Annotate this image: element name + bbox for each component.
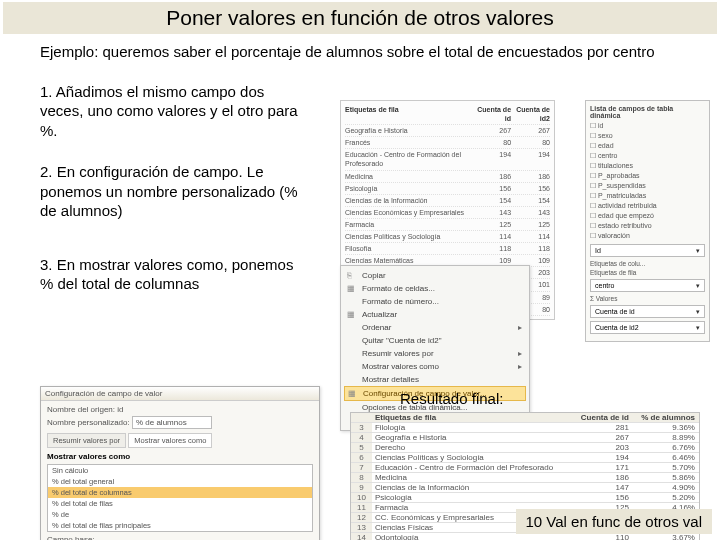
pivot-row: Medicina186186 (345, 171, 550, 183)
result-row: 6Ciencias Políticas y Sociología1946.46% (351, 452, 699, 462)
value-field-1[interactable]: Cuenta de id (590, 305, 705, 318)
value-field-settings-dialog: Configuración de campo de valor Nombre d… (40, 386, 320, 540)
menu-sort[interactable]: Ordenar (344, 321, 526, 334)
source-name: Nombre del origen: id (47, 405, 313, 414)
field-checkbox[interactable]: edad que empezó (590, 211, 705, 221)
show-as-option[interactable]: % del total general (48, 476, 312, 487)
menu-number-format[interactable]: Formato de número... (344, 295, 526, 308)
tab-summarize[interactable]: Resumir valores por (47, 433, 126, 448)
dialog-title: Configuración de campo de valor (41, 387, 319, 401)
pivot-row: Ciencias Políticas y Sociología114114 (345, 231, 550, 243)
base-field-label: Campo base: (47, 535, 95, 540)
field-checkbox[interactable]: actividad retribuida (590, 201, 705, 211)
show-as-option[interactable]: % de (48, 509, 312, 520)
result-row: 7Educación - Centro de Formación del Pro… (351, 462, 699, 472)
field-checkbox[interactable]: edad (590, 141, 705, 151)
pivot-row: Educación - Centro de Formación del Prof… (345, 149, 550, 170)
show-as-option[interactable]: % del total de columnas (48, 487, 312, 498)
result-row: 5Derecho2036.76% (351, 442, 699, 452)
menu-copy[interactable]: Copiar (344, 269, 526, 282)
result-row: 10Psicología1565.20% (351, 492, 699, 502)
field-checkbox[interactable]: estado retributivo (590, 221, 705, 231)
result-row: 8Medicina1865.86% (351, 472, 699, 482)
pivot-row: Ciencias de la Información154154 (345, 195, 550, 207)
tab-show-as[interactable]: Mostrar valores como (128, 433, 212, 448)
step-3: 3. En mostrar valores como, ponemos % de… (40, 255, 310, 294)
menu-format-cells[interactable]: Formato de celdas... (344, 282, 526, 295)
step-2: 2. En configuración de campo. Le ponemos… (40, 162, 310, 221)
slide-title: Poner valores en función de otros valore… (3, 2, 717, 34)
pivot-header-count: Cuenta de id (472, 105, 511, 123)
field-checkbox[interactable]: valoración (590, 231, 705, 241)
pivot-header-rows: Etiquetas de fila (345, 105, 472, 123)
result-row: 4Geografía e Historia2678.89% (351, 432, 699, 442)
field-checkbox[interactable]: P_suspendidas (590, 181, 705, 191)
step-1: 1. Añadimos el mismo campo dos veces, un… (40, 82, 310, 141)
pivot-row: Filosofía118118 (345, 243, 550, 255)
menu-summarize[interactable]: Resumir valores por (344, 347, 526, 360)
slide-subtitle: Ejemplo: queremos saber el porcentaje de… (0, 34, 720, 68)
menu-show-as[interactable]: Mostrar valores como (344, 360, 526, 373)
values-zone: Σ Valores (590, 295, 705, 302)
menu-refresh[interactable]: Actualizar (344, 308, 526, 321)
show-values-as-label: Mostrar valores como (47, 452, 313, 461)
value-field-2[interactable]: Cuenta de id2 (590, 321, 705, 334)
field-checkbox[interactable]: P_matriculadas (590, 191, 705, 201)
row-field-centro[interactable]: centro (590, 279, 705, 292)
field-checkbox[interactable]: P_aprobadas (590, 171, 705, 181)
field-checkbox[interactable]: centro (590, 151, 705, 161)
pivot-row: Geografía e Historia267267 (345, 125, 550, 137)
pivot-row: Ciencias Económicas y Empresariales14314… (345, 207, 550, 219)
custom-name-input[interactable]: % de alumnos (132, 416, 212, 429)
menu-remove[interactable]: Quitar "Cuenta de id2" (344, 334, 526, 347)
show-as-options[interactable]: Sin cálculo% del total general% del tota… (47, 464, 313, 532)
show-as-option[interactable]: Sin cálculo (48, 465, 312, 476)
result-header-rows: Etiquetas de fila (372, 413, 567, 422)
field-checkbox[interactable]: sexo (590, 131, 705, 141)
pivot-field-list: Lista de campos de tabla dinámica idsexo… (585, 100, 710, 342)
pivot-row: Psicología156156 (345, 183, 550, 195)
menu-show-details[interactable]: Mostrar detalles (344, 373, 526, 386)
field-checkbox[interactable]: id (590, 121, 705, 131)
footer-note: 10 Val en func de otros val (516, 509, 713, 534)
result-header-count: Cuenta de id (567, 413, 633, 422)
field-checkbox[interactable]: titulaciones (590, 161, 705, 171)
pivot-header-count2: Cuenta de id2 (511, 105, 550, 123)
custom-name-label: Nombre personalizado: (47, 418, 130, 427)
show-as-option[interactable]: % del total de filas principales (48, 520, 312, 531)
result-label: Resultado final: (400, 390, 503, 407)
show-as-option[interactable]: % del total de filas (48, 498, 312, 509)
fieldlist-filter[interactable]: Id (590, 244, 705, 257)
fieldlist-title: Lista de campos de tabla dinámica (590, 105, 705, 119)
pivot-row: Farmacia125125 (345, 219, 550, 231)
result-row: 9Ciencias de la Información1474.90% (351, 482, 699, 492)
pivot-row: Francés8080 (345, 137, 550, 149)
row-labels-zone: Etiquetas de fila (590, 269, 705, 276)
col-labels-zone: Etiquetas de colu... (590, 260, 705, 267)
result-header-pct: % de alumnos (633, 413, 699, 422)
result-row: 3Filología2819.36% (351, 422, 699, 432)
